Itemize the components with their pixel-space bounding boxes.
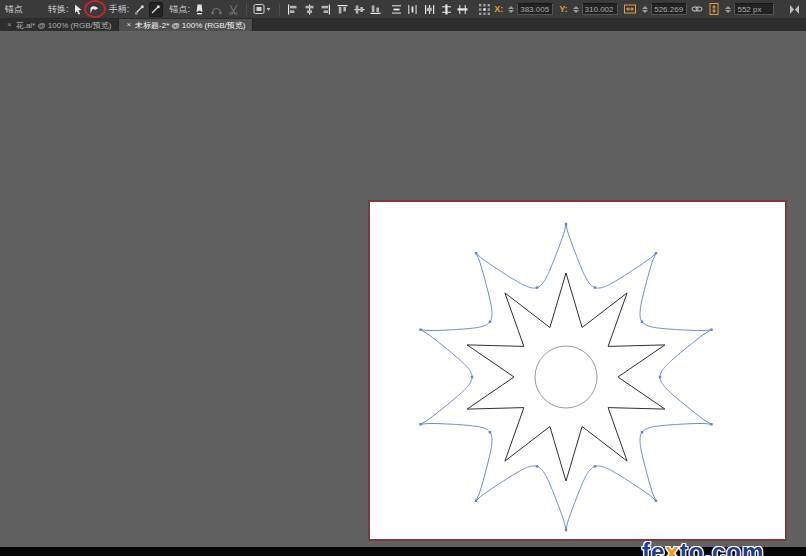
transform-button[interactable] xyxy=(787,2,801,17)
height-button xyxy=(707,2,721,17)
distribute-center-icon xyxy=(441,4,452,15)
reference-point-icon xyxy=(478,3,491,16)
y-stepper[interactable] xyxy=(573,6,579,13)
cut-path-icon xyxy=(228,4,239,15)
isolate-selection-icon xyxy=(253,3,272,15)
cut-path-button[interactable] xyxy=(226,2,240,17)
convert-corner-button[interactable] xyxy=(72,2,86,17)
toolbar-separator xyxy=(246,3,247,16)
align-hcenter-button[interactable] xyxy=(302,2,316,17)
anchor-point-label: 锚点 xyxy=(5,3,23,16)
height-input[interactable] xyxy=(734,3,774,15)
convert-label: 转换: xyxy=(48,3,69,16)
hide-handles-icon xyxy=(150,4,161,15)
height-icon xyxy=(709,3,719,15)
control-toolbar: 锚点 转换: 手柄: 锚点: xyxy=(0,0,806,19)
align-left-button[interactable] xyxy=(286,2,300,17)
align-vcenter-icon xyxy=(354,4,365,15)
tab-label: 未标题-2* @ 100% (RGB/预览) xyxy=(135,20,245,31)
document-tabbar: × 花.ai* @ 100% (RGB/预览) × 未标题-2* @ 100% … xyxy=(0,19,806,31)
flower-artwork[interactable] xyxy=(370,202,785,539)
distribute-left-button[interactable] xyxy=(423,2,437,17)
connect-anchors-button[interactable] xyxy=(210,2,224,17)
convert-smooth-icon xyxy=(89,4,100,15)
x-label: X: xyxy=(494,4,503,14)
distribute-right-button[interactable] xyxy=(456,2,470,17)
show-handles-button[interactable] xyxy=(132,2,146,17)
show-handles-icon xyxy=(134,4,145,15)
remove-anchor-button[interactable] xyxy=(193,2,207,17)
link-dimensions-icon xyxy=(691,3,703,15)
distribute-right-icon xyxy=(457,4,468,15)
convert-smooth-button[interactable] xyxy=(88,2,102,17)
align-top-icon xyxy=(337,4,348,15)
remove-anchor-icon xyxy=(194,4,205,15)
distribute-vspace-icon xyxy=(391,4,402,15)
distribute-center-button[interactable] xyxy=(439,2,453,17)
tab-label: 花.ai* @ 100% (RGB/预览) xyxy=(16,20,112,31)
watermark-accent: x xyxy=(665,538,679,556)
connect-anchors-icon xyxy=(211,4,222,15)
align-top-button[interactable] xyxy=(336,2,350,17)
width-button xyxy=(624,2,638,17)
watermark-prefix: fe xyxy=(642,538,665,556)
width-icon xyxy=(624,4,636,14)
align-bottom-icon xyxy=(370,4,381,15)
hide-handles-button[interactable] xyxy=(149,2,163,17)
handles-label: 手柄: xyxy=(109,3,130,16)
tab-hua-ai[interactable]: × 花.ai* @ 100% (RGB/预览) xyxy=(0,19,119,31)
watermark-suffix: to.com xyxy=(680,538,765,556)
isolate-selection-button[interactable] xyxy=(253,2,273,17)
y-label: Y: xyxy=(559,4,567,14)
watermark: fexto.com xyxy=(642,538,764,556)
x-stepper[interactable] xyxy=(508,6,514,13)
artboard[interactable] xyxy=(368,200,787,541)
x-input[interactable] xyxy=(517,3,553,15)
width-stepper[interactable] xyxy=(642,6,648,13)
anchors-label: 锚点: xyxy=(170,3,191,16)
distribute-hspace-icon xyxy=(407,4,418,15)
convert-corner-icon xyxy=(73,4,84,15)
y-input[interactable] xyxy=(582,3,618,15)
pasteboard[interactable] xyxy=(0,31,806,547)
distribute-left-icon xyxy=(424,4,435,15)
align-right-icon xyxy=(320,4,331,15)
illustrator-window: 锚点 转换: 手柄: 锚点: xyxy=(0,0,806,556)
toolbar-separator xyxy=(279,3,280,16)
tab-untitled-2[interactable]: × 未标题-2* @ 100% (RGB/预览) xyxy=(119,19,253,31)
transform-icon xyxy=(789,4,800,15)
close-icon[interactable]: × xyxy=(7,21,12,29)
distribute-hspace-button[interactable] xyxy=(406,2,420,17)
close-icon[interactable]: × xyxy=(126,21,131,29)
reference-point-widget[interactable] xyxy=(478,2,492,17)
width-input[interactable] xyxy=(651,3,687,15)
align-left-icon xyxy=(287,4,298,15)
align-right-button[interactable] xyxy=(319,2,333,17)
align-bottom-button[interactable] xyxy=(369,2,383,17)
align-vcenter-button[interactable] xyxy=(352,2,366,17)
height-stepper[interactable] xyxy=(725,6,731,13)
align-hcenter-icon xyxy=(304,4,315,15)
link-dimensions-button[interactable] xyxy=(690,2,704,17)
distribute-vspace-button[interactable] xyxy=(389,2,403,17)
